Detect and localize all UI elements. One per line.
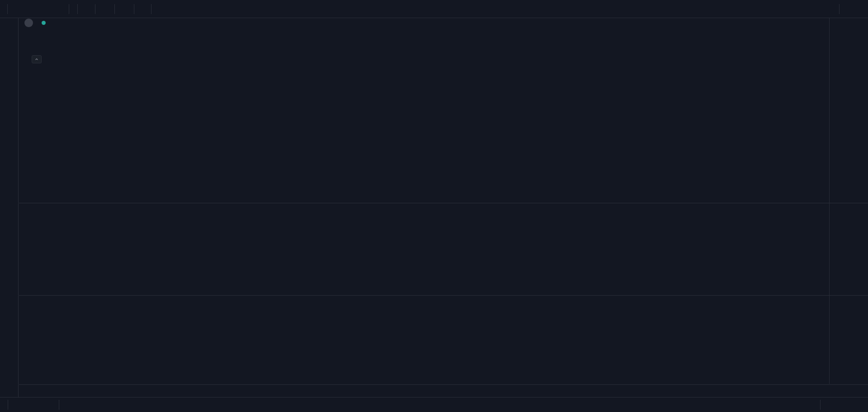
bottom-toolbar [0, 397, 868, 412]
top-toolbar [0, 0, 868, 18]
toolbar-divider [114, 4, 115, 14]
bb-legend[interactable] [24, 45, 37, 53]
timeframe-4h[interactable] [50, 3, 57, 15]
pane-separator[interactable] [19, 295, 868, 296]
pane-separator[interactable] [19, 203, 868, 203]
toolbar-divider [820, 400, 821, 410]
indicators-button[interactable] [81, 3, 91, 15]
price-axis[interactable] [829, 18, 868, 384]
symbol-avatar [24, 19, 33, 27]
usd-wbnb-toggle[interactable] [119, 3, 130, 15]
timeframe-1h[interactable] [42, 3, 49, 15]
chevron-up-icon [34, 57, 39, 62]
data-status-dot-icon [42, 21, 46, 25]
toolbar-divider [69, 4, 69, 14]
chart-canvas[interactable] [19, 18, 829, 384]
toolbar-divider [77, 4, 78, 14]
time-axis[interactable] [19, 384, 868, 397]
timeframe-15m[interactable] [34, 3, 42, 15]
fullscreen-button[interactable] [138, 3, 147, 15]
toolbar-divider [8, 400, 8, 410]
drawing-toolbar [0, 18, 19, 412]
timeframe-5m[interactable] [27, 3, 34, 15]
timeframe-1m[interactable] [19, 3, 26, 15]
chart-legend-title[interactable] [24, 19, 71, 27]
stoch-legend[interactable] [24, 205, 34, 213]
price-mcap-toggle[interactable] [99, 3, 111, 15]
topbar-right-group [836, 4, 864, 14]
volume-legend[interactable] [24, 35, 28, 43]
toolbar-divider [151, 4, 152, 14]
toolbar-divider [7, 4, 8, 14]
collapse-legend-button[interactable] [32, 55, 42, 63]
toolbar-divider [839, 4, 840, 14]
toolbar-divider [95, 4, 95, 14]
toolbar-divider [134, 4, 134, 14]
bottombar-right-group [811, 400, 863, 410]
trading-chart-app: { "topbar": { "timeframes": [{"label":"1… [0, 0, 868, 412]
timeframe-1s[interactable] [11, 3, 19, 15]
chart-plot[interactable] [19, 18, 829, 384]
timeframe-1d[interactable] [57, 3, 65, 15]
toolbar-divider [59, 400, 59, 410]
macd-legend[interactable] [24, 297, 37, 305]
